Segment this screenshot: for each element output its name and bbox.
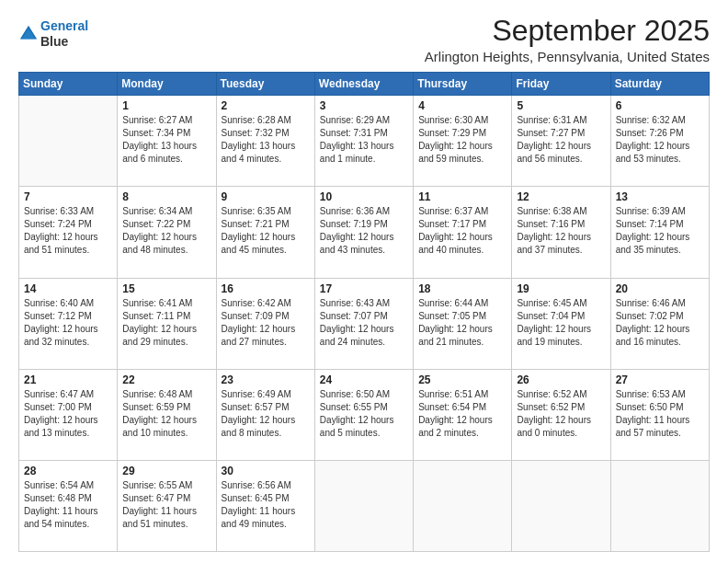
day-number: 11 [418,190,506,203]
day-number: 22 [122,373,210,386]
location-subtitle: Arlington Heights, Pennsylvania, United … [425,49,710,64]
day-number: 1 [122,99,210,112]
calendar-cell: 27Sunrise: 6:53 AMSunset: 6:50 PMDayligh… [610,369,709,460]
day-info: Sunrise: 6:30 AMSunset: 7:29 PMDaylight:… [418,114,506,166]
weekday-header-monday: Monday [118,73,216,96]
weekday-header-sunday: Sunday [19,73,118,96]
day-number: 4 [418,99,506,112]
calendar-cell: 11Sunrise: 6:37 AMSunset: 7:17 PMDayligh… [414,187,512,278]
day-number: 15 [122,282,210,295]
day-info: Sunrise: 6:32 AMSunset: 7:26 PMDaylight:… [616,114,704,166]
day-number: 10 [320,190,408,203]
day-number: 23 [222,373,310,386]
calendar-cell: 24Sunrise: 6:50 AMSunset: 6:55 PMDayligh… [314,369,413,460]
day-number: 14 [24,282,112,295]
week-row-1: 1Sunrise: 6:27 AMSunset: 7:34 PMDaylight… [19,96,710,187]
logo-general: General [40,18,88,33]
day-number: 20 [616,282,704,295]
day-number: 12 [517,190,605,203]
day-number: 2 [222,99,310,112]
day-info: Sunrise: 6:39 AMSunset: 7:14 PMDaylight:… [616,205,704,257]
day-number: 29 [122,465,210,477]
day-number: 27 [616,373,704,386]
weekday-header-saturday: Saturday [610,73,709,96]
day-number: 24 [320,373,408,386]
calendar-cell: 20Sunrise: 6:46 AMSunset: 7:02 PMDayligh… [610,278,709,369]
day-info: Sunrise: 6:56 AMSunset: 6:45 PMDaylight:… [222,479,310,531]
day-number: 19 [517,282,605,295]
day-info: Sunrise: 6:55 AMSunset: 6:47 PMDaylight:… [122,479,210,531]
day-info: Sunrise: 6:53 AMSunset: 6:50 PMDaylight:… [616,388,704,440]
calendar-cell [414,460,512,551]
calendar-cell [314,460,413,551]
day-info: Sunrise: 6:40 AMSunset: 7:12 PMDaylight:… [24,297,112,349]
day-number: 5 [517,99,605,112]
weekday-header-friday: Friday [512,73,610,96]
day-info: Sunrise: 6:48 AMSunset: 6:59 PMDaylight:… [122,388,210,440]
calendar-cell [512,460,610,551]
day-info: Sunrise: 6:34 AMSunset: 7:22 PMDaylight:… [122,205,210,257]
day-number: 30 [222,465,310,477]
calendar-cell: 18Sunrise: 6:44 AMSunset: 7:05 PMDayligh… [414,278,512,369]
day-number: 9 [222,190,310,203]
calendar-cell [19,96,118,187]
calendar-body: 1Sunrise: 6:27 AMSunset: 7:34 PMDaylight… [19,96,710,552]
calendar-cell: 25Sunrise: 6:51 AMSunset: 6:54 PMDayligh… [414,369,512,460]
day-info: Sunrise: 6:33 AMSunset: 7:24 PMDaylight:… [24,205,112,257]
calendar-cell: 1Sunrise: 6:27 AMSunset: 7:34 PMDaylight… [118,96,216,187]
calendar-header: SundayMondayTuesdayWednesdayThursdayFrid… [19,73,710,96]
calendar-cell: 30Sunrise: 6:56 AMSunset: 6:45 PMDayligh… [216,460,314,551]
calendar-cell: 16Sunrise: 6:42 AMSunset: 7:09 PMDayligh… [216,278,314,369]
calendar-cell: 19Sunrise: 6:45 AMSunset: 7:04 PMDayligh… [512,278,610,369]
day-info: Sunrise: 6:52 AMSunset: 6:52 PMDaylight:… [517,388,605,440]
day-info: Sunrise: 6:41 AMSunset: 7:11 PMDaylight:… [122,297,210,349]
day-info: Sunrise: 6:29 AMSunset: 7:31 PMDaylight:… [320,114,408,166]
calendar-cell: 28Sunrise: 6:54 AMSunset: 6:48 PMDayligh… [19,460,118,551]
calendar-cell: 22Sunrise: 6:48 AMSunset: 6:59 PMDayligh… [118,369,216,460]
calendar-cell: 26Sunrise: 6:52 AMSunset: 6:52 PMDayligh… [512,369,610,460]
calendar-cell: 5Sunrise: 6:31 AMSunset: 7:27 PMDaylight… [512,96,610,187]
calendar-table: SundayMondayTuesdayWednesdayThursdayFrid… [18,72,710,552]
day-info: Sunrise: 6:27 AMSunset: 7:34 PMDaylight:… [122,114,210,166]
week-row-3: 14Sunrise: 6:40 AMSunset: 7:12 PMDayligh… [19,278,710,369]
calendar-cell: 8Sunrise: 6:34 AMSunset: 7:22 PMDaylight… [118,187,216,278]
day-info: Sunrise: 6:54 AMSunset: 6:48 PMDaylight:… [24,479,112,531]
day-number: 8 [122,190,210,203]
calendar-cell: 9Sunrise: 6:35 AMSunset: 7:21 PMDaylight… [216,187,314,278]
day-info: Sunrise: 6:35 AMSunset: 7:21 PMDaylight:… [222,205,310,257]
day-info: Sunrise: 6:36 AMSunset: 7:19 PMDaylight:… [320,205,408,257]
day-info: Sunrise: 6:43 AMSunset: 7:07 PMDaylight:… [320,297,408,349]
calendar-cell: 4Sunrise: 6:30 AMSunset: 7:29 PMDaylight… [414,96,512,187]
calendar-cell: 12Sunrise: 6:38 AMSunset: 7:16 PMDayligh… [512,187,610,278]
day-number: 21 [24,373,112,386]
weekday-header-wednesday: Wednesday [314,73,413,96]
calendar-cell [610,460,709,551]
day-number: 26 [517,373,605,386]
day-info: Sunrise: 6:37 AMSunset: 7:17 PMDaylight:… [418,205,506,257]
calendar-cell: 3Sunrise: 6:29 AMSunset: 7:31 PMDaylight… [314,96,413,187]
calendar-cell: 15Sunrise: 6:41 AMSunset: 7:11 PMDayligh… [118,278,216,369]
day-info: Sunrise: 6:42 AMSunset: 7:09 PMDaylight:… [222,297,310,349]
title-block: September 2025 Arlington Heights, Pennsy… [425,15,710,64]
day-number: 28 [24,465,112,477]
calendar-cell: 21Sunrise: 6:47 AMSunset: 7:00 PMDayligh… [19,369,118,460]
calendar-cell: 2Sunrise: 6:28 AMSunset: 7:32 PMDaylight… [216,96,314,187]
logo-blue: Blue [40,34,88,50]
calendar-cell: 14Sunrise: 6:40 AMSunset: 7:12 PMDayligh… [19,278,118,369]
calendar-cell: 10Sunrise: 6:36 AMSunset: 7:19 PMDayligh… [314,187,413,278]
day-number: 7 [24,190,112,203]
day-info: Sunrise: 6:50 AMSunset: 6:55 PMDaylight:… [320,388,408,440]
calendar-cell: 17Sunrise: 6:43 AMSunset: 7:07 PMDayligh… [314,278,413,369]
weekday-header-tuesday: Tuesday [216,73,314,96]
day-number: 6 [616,99,704,112]
weekday-header-thursday: Thursday [414,73,512,96]
day-number: 16 [222,282,310,295]
week-row-4: 21Sunrise: 6:47 AMSunset: 7:00 PMDayligh… [19,369,710,460]
day-info: Sunrise: 6:51 AMSunset: 6:54 PMDaylight:… [418,388,506,440]
day-number: 3 [320,99,408,112]
calendar-cell: 13Sunrise: 6:39 AMSunset: 7:14 PMDayligh… [610,187,709,278]
day-info: Sunrise: 6:45 AMSunset: 7:04 PMDaylight:… [517,297,605,349]
calendar-cell: 23Sunrise: 6:49 AMSunset: 6:57 PMDayligh… [216,369,314,460]
calendar-cell: 7Sunrise: 6:33 AMSunset: 7:24 PMDaylight… [19,187,118,278]
week-row-5: 28Sunrise: 6:54 AMSunset: 6:48 PMDayligh… [19,460,710,551]
